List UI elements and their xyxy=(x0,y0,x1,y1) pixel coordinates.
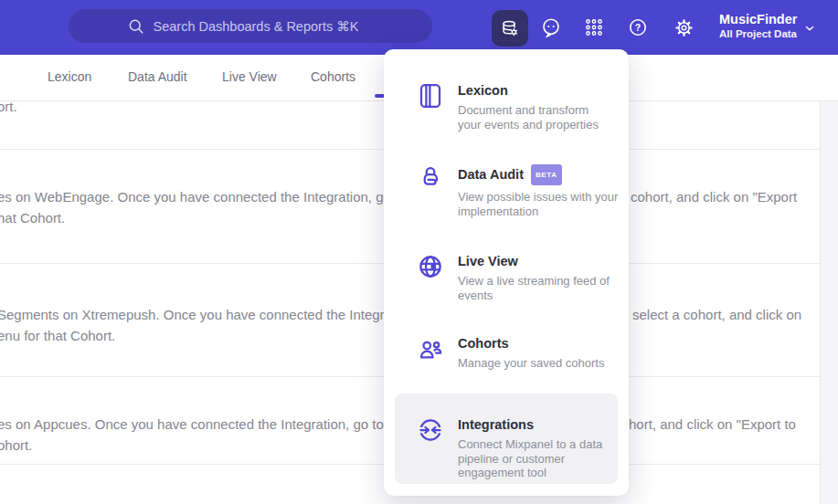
data-audit-lock-icon xyxy=(417,164,444,192)
help-button[interactable]: ? xyxy=(624,14,652,41)
scrollbar-track[interactable] xyxy=(820,101,838,504)
list-item-text: select a cohort, and click on xyxy=(632,307,801,323)
integrations-sync-icon xyxy=(417,416,444,444)
tab-lexicon[interactable]: Lexicon xyxy=(48,69,91,84)
search-input[interactable] xyxy=(154,19,375,34)
chevron-down-icon xyxy=(803,22,816,35)
cohorts-people-icon xyxy=(417,335,444,362)
menu-item-title: Live View xyxy=(458,253,620,269)
apps-grid-button[interactable] xyxy=(580,14,608,41)
list-item-text: cohort, and click on "Export xyxy=(631,189,797,205)
app-window: ort. es on WebEngage. Once you have conn… xyxy=(0,0,838,504)
database-gear-icon xyxy=(500,18,520,38)
list-item-text: es on Appcues. Once you have connected t… xyxy=(0,416,421,433)
menu-item-title: Lexicon xyxy=(458,82,609,99)
list-item-text: hort, and click on "Export to xyxy=(629,416,796,433)
project-name: MusicFinder xyxy=(719,11,797,27)
menu-item-data-audit[interactable]: Data AuditBETA View possible issues with… xyxy=(417,164,620,218)
list-item-text: ohort. xyxy=(0,437,32,454)
svg-text:?: ? xyxy=(635,22,641,33)
global-search[interactable] xyxy=(69,9,432,43)
menu-item-desc: Manage your saved cohorts xyxy=(458,356,604,371)
tab-data-audit[interactable]: Data Audit xyxy=(128,69,187,84)
menu-item-title: Data AuditBETA xyxy=(458,164,620,185)
menu-item-title: Cohorts xyxy=(458,335,604,352)
apps-grid-icon xyxy=(583,16,605,38)
tab-cohorts[interactable]: Cohorts xyxy=(311,69,355,84)
help-icon: ? xyxy=(627,16,649,38)
menu-item-live-view[interactable]: Live View View a live streaming feed of … xyxy=(417,253,620,302)
project-scope: All Project Data xyxy=(719,27,797,41)
menu-item-desc: View a live streaming feed of events xyxy=(458,274,620,302)
menu-item-desc: Document and transform your events and p… xyxy=(458,103,609,131)
gear-icon xyxy=(674,17,695,38)
list-item-text: es on WebEngage. Once you have connected… xyxy=(0,189,430,205)
list-item-text: Segments on Xtremepush. Once you have co… xyxy=(0,307,418,323)
menu-item-desc: View possible issues with your implement… xyxy=(458,190,620,218)
menu-item-desc: Connect Mixpanel to a data pipeline or c… xyxy=(458,437,613,480)
project-selector-caret[interactable] xyxy=(801,20,818,37)
tab-live-view[interactable]: Live View xyxy=(222,69,277,84)
lexicon-book-icon xyxy=(417,82,444,110)
menu-item-lexicon[interactable]: Lexicon Document and transform your even… xyxy=(417,82,620,131)
list-item-text: hat Cohort. xyxy=(0,210,65,226)
feedback-button[interactable] xyxy=(537,14,565,41)
top-bar: ? MusicFinder All Project Data xyxy=(0,0,838,55)
feedback-bubble-icon xyxy=(540,16,562,38)
list-item-text: enu for that Cohort. xyxy=(0,328,115,344)
beta-badge: BETA xyxy=(531,164,562,185)
menu-item-integrations[interactable]: Integrations Connect Mixpanel to a data … xyxy=(417,416,620,480)
menu-item-title: Integrations xyxy=(458,416,613,433)
menu-item-cohorts[interactable]: Cohorts Manage your saved cohorts xyxy=(417,335,620,371)
data-management-menu: Lexicon Document and transform your even… xyxy=(384,49,629,496)
search-icon xyxy=(127,17,145,36)
data-management-button[interactable] xyxy=(492,10,528,47)
settings-button[interactable] xyxy=(670,14,697,41)
project-selector[interactable]: MusicFinder All Project Data xyxy=(719,11,797,41)
live-view-globe-icon xyxy=(417,253,444,280)
